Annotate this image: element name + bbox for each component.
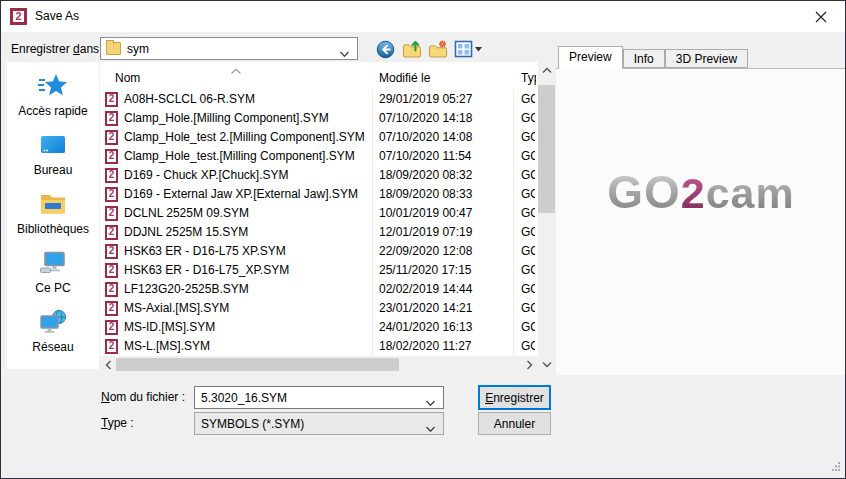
filename-label: Nom du fichier : — [101, 386, 185, 409]
file-type: GO — [521, 282, 535, 296]
column-header-type[interactable]: Type — [521, 71, 536, 85]
scroll-down-icon[interactable] — [538, 356, 555, 373]
filename-combobox[interactable]: 5.3020_16.SYM — [194, 386, 444, 409]
table-row[interactable]: Clamp_Hole_test 2.[Milling Component].SY… — [100, 128, 538, 147]
go2cam-file-icon — [105, 244, 118, 259]
file-modified: 18/09/2020 08:33 — [379, 187, 472, 201]
go2cam-file-icon — [105, 263, 118, 278]
save-in-label: Enregistrer dans : — [11, 38, 106, 60]
save-in-combobox[interactable]: sym — [100, 37, 358, 60]
table-row[interactable]: D169 - External Jaw XP.[External Jaw].SY… — [100, 185, 538, 204]
places-sidebar: Accès rapide Bureau Bibliothèques — [7, 62, 99, 369]
chevron-down-icon — [339, 47, 350, 61]
file-modified: 18/09/2020 08:32 — [379, 168, 472, 182]
sidebar-item-desktop[interactable]: Bureau — [7, 129, 99, 188]
filetype-label: Type : — [101, 412, 134, 435]
file-type: GO — [521, 168, 535, 182]
file-name: Clamp_Hole_test 2.[Milling Component].SY… — [124, 130, 365, 144]
file-modified: 12/01/2019 07:19 — [379, 225, 472, 239]
desktop-icon — [38, 129, 68, 161]
folder-icon — [106, 42, 121, 55]
sidebar-item-label: Réseau — [32, 340, 73, 354]
file-name: DDJNL 2525M 15.SYM — [124, 225, 248, 239]
table-row[interactable]: MS-ID.[MS].SYM24/01/2020 16:13GO — [100, 318, 538, 337]
table-row[interactable]: LF123G20-2525B.SYM02/02/2019 14:44GO — [100, 280, 538, 299]
table-row[interactable]: HSK63 ER - D16-L75_XP.SYM25/11/2020 17:1… — [100, 261, 538, 280]
column-header-modified[interactable]: Modifié le — [379, 71, 430, 85]
go2cam-app-icon — [10, 8, 27, 25]
tab-info[interactable]: Info — [623, 49, 665, 68]
file-modified: 07/10/2020 14:18 — [379, 111, 472, 125]
scrollbar-thumb[interactable] — [538, 85, 555, 213]
tab-preview[interactable]: Preview — [558, 46, 623, 69]
sidebar-item-label: Ce PC — [35, 281, 70, 295]
file-type: GO — [521, 225, 535, 239]
table-row[interactable]: DCLNL 2525M 09.SYM10/01/2019 00:47GO — [100, 204, 538, 223]
view-menu-icon — [454, 40, 484, 58]
new-folder-button[interactable] — [427, 39, 448, 59]
go2cam-file-icon — [105, 92, 118, 107]
quick-access-icon — [38, 70, 68, 102]
folder-toolbar — [375, 39, 485, 59]
go2cam-file-icon — [105, 282, 118, 297]
scroll-left-icon[interactable] — [100, 356, 117, 373]
close-button[interactable] — [805, 1, 837, 32]
horizontal-scrollbar[interactable] — [100, 356, 538, 373]
network-icon — [38, 306, 68, 338]
file-name: Clamp_Hole.[Milling Component].SYM — [124, 111, 329, 125]
file-name: A08H-SCLCL 06-R.SYM — [124, 92, 255, 106]
save-button[interactable]: Enregistrer — [478, 385, 551, 410]
cancel-button[interactable]: Annuler — [478, 412, 551, 435]
file-modified: 25/11/2020 17:15 — [379, 263, 472, 277]
this-pc-icon — [38, 247, 68, 279]
vertical-scrollbar[interactable] — [538, 62, 555, 373]
back-button[interactable] — [375, 39, 396, 59]
table-row[interactable]: A08H-SCLCL 06-R.SYM29/01/2019 05:27GO — [100, 90, 538, 109]
tab-3d-preview[interactable]: 3D Preview — [665, 49, 748, 68]
file-list: Nom Modifié le Type A08H-SCLCL 06-R.SYM2… — [100, 62, 538, 373]
file-type: GO — [521, 149, 535, 163]
filename-value: 5.3020_16.SYM — [201, 391, 287, 405]
scrollbar-thumb[interactable] — [116, 358, 399, 371]
column-header-name[interactable]: Nom — [115, 71, 140, 85]
view-menu-button[interactable] — [453, 39, 485, 59]
file-name: MS-L.[MS].SYM — [124, 339, 210, 353]
file-modified: 23/01/2020 14:21 — [379, 301, 472, 315]
scroll-up-icon[interactable] — [538, 62, 555, 79]
go2cam-file-icon — [105, 111, 118, 126]
libraries-icon — [38, 188, 68, 220]
go2cam-file-icon — [105, 168, 118, 183]
up-one-level-button[interactable] — [401, 39, 422, 59]
chevron-down-icon — [425, 422, 436, 436]
sidebar-item-label: Accès rapide — [18, 104, 87, 118]
file-type: GO — [521, 206, 535, 220]
sidebar-item-network[interactable]: Réseau — [7, 306, 99, 365]
go2cam-logo: GO2cam — [607, 169, 795, 375]
table-row[interactable]: Clamp_Hole.[Milling Component].SYM07/10/… — [100, 109, 538, 128]
filetype-combobox[interactable]: SYMBOLS (*.SYM) — [194, 412, 444, 435]
file-type: GO — [521, 301, 535, 315]
file-modified: 10/01/2019 00:47 — [379, 206, 472, 220]
table-row[interactable]: DDJNL 2525M 15.SYM12/01/2019 07:19GO — [100, 223, 538, 242]
sidebar-item-libraries[interactable]: Bibliothèques — [7, 188, 99, 247]
sidebar-item-quick-access[interactable]: Accès rapide — [7, 70, 99, 129]
file-type: GO — [521, 320, 535, 334]
table-row[interactable]: MS-Axial.[MS].SYM23/01/2020 14:21GO — [100, 299, 538, 318]
sidebar-item-this-pc[interactable]: Ce PC — [7, 247, 99, 306]
back-icon — [376, 40, 395, 59]
file-name: HSK63 ER - D16-L75_XP.SYM — [124, 263, 289, 277]
table-row[interactable]: D169 - Chuck XP.[Chuck].SYM18/09/2020 08… — [100, 166, 538, 185]
go2cam-file-icon — [105, 320, 118, 335]
file-modified: 24/01/2020 16:13 — [379, 320, 472, 334]
preview-panel: Preview Info 3D Preview GO2cam — [556, 46, 846, 375]
scroll-right-icon[interactable] — [521, 356, 538, 373]
go2cam-file-icon — [105, 206, 118, 221]
resize-grip[interactable] — [831, 460, 841, 474]
go2cam-file-icon — [105, 187, 118, 202]
chevron-down-icon — [425, 396, 436, 410]
table-row[interactable]: Clamp_Hole_test.[Milling Component].SYM0… — [100, 147, 538, 166]
go2cam-file-icon — [105, 149, 118, 164]
new-folder-icon — [428, 40, 448, 59]
table-row[interactable]: HSK63 ER - D16-L75 XP.SYM22/09/2020 12:0… — [100, 242, 538, 261]
table-row[interactable]: MS-L.[MS].SYM18/02/2020 11:27GO — [100, 337, 538, 356]
